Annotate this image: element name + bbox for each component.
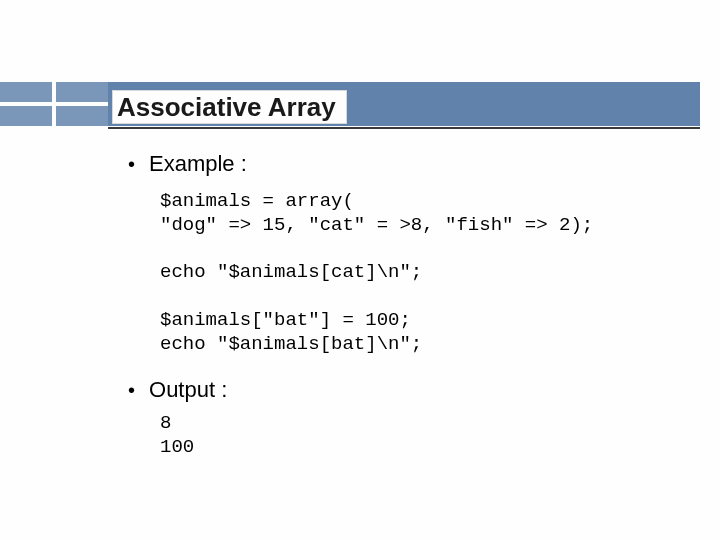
code-block-output: 8 100 xyxy=(160,412,680,460)
bullet-icon: • xyxy=(128,150,135,178)
title-underline xyxy=(108,127,700,129)
slide: Associative Array • Example : $animals =… xyxy=(0,0,720,540)
bullet-label-example: Example : xyxy=(149,150,247,178)
bullet-output: • Output : xyxy=(128,376,680,404)
code-block-example: $animals = array( "dog" => 15, "cat" = >… xyxy=(160,190,680,356)
slide-body: • Example : $animals = array( "dog" => 1… xyxy=(128,150,680,460)
bullet-label-output: Output : xyxy=(149,376,227,404)
title-bar: Associative Array xyxy=(108,82,700,126)
bullet-icon: • xyxy=(128,376,135,404)
decorative-squares xyxy=(0,82,108,126)
slide-title: Associative Array xyxy=(112,90,347,124)
bullet-example: • Example : xyxy=(128,150,680,178)
